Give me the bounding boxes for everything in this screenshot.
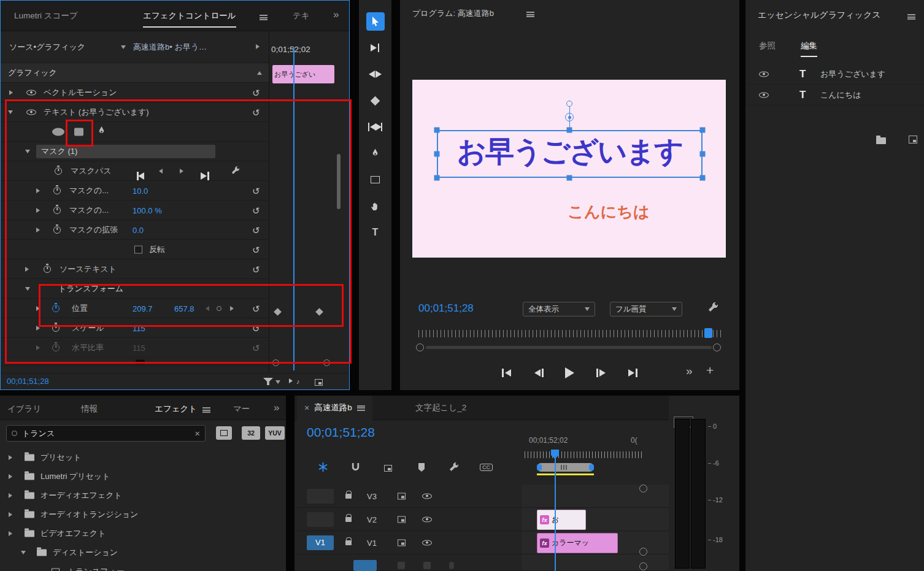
program-settings-icon[interactable] xyxy=(708,302,718,314)
invert-checkbox[interactable] xyxy=(134,245,142,253)
yuv-filter-badge[interactable]: YUV xyxy=(265,426,285,440)
track-output-icon[interactable] xyxy=(422,516,432,522)
keyframe-diamond[interactable] xyxy=(275,307,280,316)
zoom-level-dropdown[interactable]: 全体表示 xyxy=(523,302,595,316)
tab-library[interactable]: イブラリ xyxy=(7,404,41,415)
timeline-playhead-line[interactable] xyxy=(555,456,556,571)
selection-handle[interactable] xyxy=(700,175,706,181)
scrollbar-thumb[interactable] xyxy=(337,154,341,209)
effect-controls-panel-menu-icon[interactable] xyxy=(260,15,268,20)
magnet-snap-icon[interactable] xyxy=(351,462,360,473)
effects-panel-menu-icon[interactable] xyxy=(202,407,210,413)
tree-item-presets[interactable]: プリセット xyxy=(0,448,286,467)
tree-item-transform-effect[interactable]: トランスフォー xyxy=(0,562,286,571)
mute-button[interactable] xyxy=(398,562,405,569)
tab-overflow-icon[interactable]: » xyxy=(333,9,339,21)
layer-visibility-icon[interactable] xyxy=(759,92,769,98)
twirl-icon[interactable] xyxy=(36,228,40,232)
program-video-frame[interactable]: お早うございます こんにちは xyxy=(412,80,726,258)
layer-name[interactable]: お早うございます xyxy=(820,69,885,80)
timeline-ruler[interactable] xyxy=(525,451,642,458)
step-back-button[interactable] xyxy=(533,368,544,378)
pen-mask-tool-icon[interactable] xyxy=(98,126,106,137)
collapse-icon[interactable] xyxy=(257,71,262,75)
layer-row[interactable]: T こんにちは xyxy=(745,85,924,105)
hand-tool-button[interactable] xyxy=(366,197,385,215)
rectangle-mask-tool-icon[interactable] xyxy=(74,128,83,136)
audio-patch-partial[interactable] xyxy=(353,560,377,571)
lane-handle-icon[interactable] xyxy=(323,359,330,366)
filter-dropdown-icon[interactable] xyxy=(275,380,280,384)
close-tab-icon[interactable]: × xyxy=(304,403,309,413)
track-targeting-icon[interactable] xyxy=(398,516,406,523)
type-tool-button[interactable]: T xyxy=(366,223,385,242)
twirl-icon[interactable] xyxy=(25,150,30,153)
snap-toggle-icon[interactable] xyxy=(318,462,328,474)
source-patch-empty[interactable] xyxy=(307,512,334,527)
horizontal-scale-value[interactable]: 115 xyxy=(133,343,145,352)
reset-icon[interactable]: ↺ xyxy=(252,343,260,352)
track-lock-icon[interactable] xyxy=(345,540,352,545)
lane-handle-icon[interactable] xyxy=(272,359,279,366)
stopwatch-icon[interactable] xyxy=(44,266,51,273)
track-select-forward-tool-button[interactable] xyxy=(366,39,385,57)
reset-icon[interactable]: ↺ xyxy=(252,245,260,254)
selection-handle[interactable] xyxy=(700,128,706,133)
effects-search-box[interactable]: × xyxy=(6,425,206,442)
track-label[interactable]: V1 xyxy=(367,538,377,547)
selection-handle[interactable] xyxy=(434,151,440,157)
prev-keyframe-icon[interactable] xyxy=(206,306,209,311)
rectangle-tool-button[interactable] xyxy=(366,171,385,189)
tab-effect-controls[interactable]: エフェクトコントロール xyxy=(143,10,236,28)
track-mask-forward-icon[interactable] xyxy=(180,169,183,174)
stopwatch-icon[interactable] xyxy=(53,226,61,234)
scrollbar-right-handle[interactable] xyxy=(713,343,721,351)
tree-item-video-effects[interactable]: ビデオエフェクト xyxy=(0,524,286,543)
track-output-icon[interactable] xyxy=(422,493,432,499)
ripple-edit-tool-button[interactable] xyxy=(366,65,385,83)
mask-opacity-value[interactable]: 100.0 % xyxy=(133,205,162,215)
source-patch-v1[interactable]: V1 xyxy=(307,535,334,550)
stopwatch-icon[interactable] xyxy=(52,324,60,332)
linked-selection-icon[interactable] xyxy=(384,465,392,472)
export-frame-icon[interactable] xyxy=(315,379,323,386)
accelerated-effects-filter-badge[interactable] xyxy=(216,426,232,440)
position-y-value[interactable]: 657.8 xyxy=(174,304,194,313)
reset-icon[interactable]: ↺ xyxy=(252,205,260,215)
track-output-icon[interactable] xyxy=(422,540,432,545)
track-label[interactable]: V2 xyxy=(367,515,377,524)
essential-graphics-menu-icon[interactable] xyxy=(907,14,915,20)
tab-overflow-icon[interactable]: » xyxy=(274,402,279,414)
twirl-icon[interactable] xyxy=(9,455,12,460)
track-targeting-icon[interactable] xyxy=(398,492,406,499)
program-timecode[interactable]: 00;01;51;28 xyxy=(418,302,474,315)
32bit-filter-badge[interactable]: 32 xyxy=(242,426,260,440)
mask-tracking-settings-icon[interactable] xyxy=(231,166,240,176)
play-audio-icon[interactable] xyxy=(289,378,293,383)
tab-lumetri-scopes[interactable]: Lumetri スコープ xyxy=(14,10,78,21)
mask-feather-value[interactable]: 10.0 xyxy=(133,186,148,195)
tab-browse[interactable]: 参照 xyxy=(759,40,776,52)
new-folder-icon[interactable] xyxy=(876,137,886,144)
layer-name[interactable]: こんにちは xyxy=(820,90,861,101)
tab-edit[interactable]: 編集 xyxy=(801,40,817,57)
rate-stretch-tool-button[interactable] xyxy=(366,91,385,110)
program-playhead[interactable] xyxy=(704,328,712,338)
footer-timecode[interactable]: 00;01;51;28 xyxy=(7,377,49,386)
add-keyframe-icon[interactable] xyxy=(217,306,221,311)
tab-sequence-active[interactable]: × 高速道路b xyxy=(297,396,372,420)
program-panel-menu-icon[interactable] xyxy=(526,12,534,17)
selection-handle[interactable] xyxy=(434,128,440,133)
twirl-icon[interactable] xyxy=(36,208,40,213)
twirl-icon[interactable] xyxy=(21,551,26,554)
playback-quality-dropdown[interactable]: フル画質 xyxy=(610,302,682,316)
selection-handle[interactable] xyxy=(700,151,706,157)
overlay-subtitle-text[interactable]: こんにちは xyxy=(566,201,652,223)
play-button[interactable] xyxy=(565,367,574,378)
filter-properties-icon[interactable] xyxy=(263,378,273,385)
graphic-header-row[interactable]: グラフィック xyxy=(1,63,269,83)
tree-item-lumetri-presets[interactable]: Lumetri プリセット xyxy=(0,467,286,486)
solo-button[interactable] xyxy=(423,562,431,569)
mask-expansion-value[interactable]: 0.0 xyxy=(133,225,144,234)
track-label[interactable]: V3 xyxy=(367,491,377,500)
